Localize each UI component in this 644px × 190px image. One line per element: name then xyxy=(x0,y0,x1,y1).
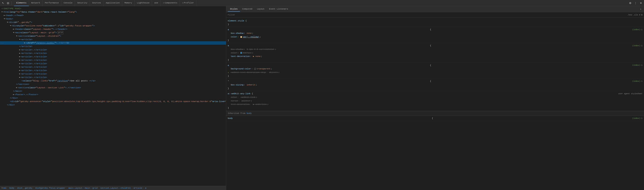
expand-arrow[interactable]: ▶ xyxy=(19,55,20,58)
breadcrumb-gatsby[interactable]: div#__gatsby xyxy=(17,187,32,189)
breadcrumb-body[interactable]: body xyxy=(10,187,14,189)
dom-line-body[interactable]: ▼ <body> xyxy=(0,17,226,21)
dom-line-article-9[interactable]: ▶ <article> … </article> xyxy=(0,72,226,76)
tab-components[interactable]: ⚛ Components xyxy=(160,0,180,6)
expand-arrow[interactable]: ▶ xyxy=(19,49,20,51)
dom-line-main-close[interactable]: </main> xyxy=(0,90,226,93)
toolbar-right: ⚙ ⋮ ✕ xyxy=(628,1,643,5)
dom-line-section-close[interactable]: </section> xyxy=(0,83,226,86)
dom-line-head[interactable]: ▶ <head> … </head> xyxy=(0,14,226,17)
dom-line-article-7[interactable]: ▶ <article> … </article> xyxy=(0,65,226,69)
dom-line-article[interactable]: ▼ <article> xyxy=(0,38,226,41)
expand-arrow[interactable]: ▼ xyxy=(2,11,2,13)
expand-arrow[interactable]: ▼ xyxy=(4,18,5,20)
dom-line-selected-anchor[interactable]: ... ▶ <a href="/pretty-links/" > … </a> … xyxy=(0,41,226,45)
filter-hov[interactable]: .hov xyxy=(627,14,632,16)
dom-line-article-4[interactable]: ▶ <article> … </article> xyxy=(0,55,226,59)
dom-line-gatsby[interactable]: ▼ <div id="__gatsby" > xyxy=(0,21,226,24)
dom-line-main[interactable]: ▼ <main class="Layout--main--grid" > gri… xyxy=(0,31,226,34)
style-prop-box-sizing: box-sizing : inherit ; xyxy=(228,83,642,87)
rule-selector: a { (index):1 xyxy=(228,28,642,31)
tab-performance[interactable]: Performance xyxy=(42,0,61,6)
expand-arrow[interactable]: ▶ xyxy=(19,66,20,68)
dom-line-article-8[interactable]: ▶ <article> … </article> xyxy=(0,69,226,72)
tab-elements[interactable]: Elements xyxy=(14,0,29,6)
tab-profiler[interactable]: ⚛ Profiler xyxy=(180,0,196,6)
style-rule-element: element.style { } xyxy=(226,18,644,27)
expand-arrow[interactable]: ▶ xyxy=(19,52,20,55)
toolbar: ↖ ⊟ Elements Network Performance Console… xyxy=(0,0,644,6)
filter-input[interactable] xyxy=(228,14,626,16)
breadcrumb-article[interactable]: article xyxy=(134,187,142,189)
tab-layout[interactable]: Layout xyxy=(254,7,267,12)
tab-sources[interactable]: Sources xyxy=(90,0,104,6)
dom-line-focus-wrapper-close[interactable]: </div> xyxy=(0,96,226,100)
dom-line-article-3[interactable]: ▶ <article> … </article> xyxy=(0,52,226,55)
style-rule-a-2: a { (index):1 box-shadow : 0 1px 0 0 cur… xyxy=(226,43,644,63)
tab-security[interactable]: Security xyxy=(75,0,90,6)
more-tabs-icon[interactable]: » xyxy=(639,7,642,11)
expand-arrow[interactable]: ▼ xyxy=(16,35,17,37)
expand-arrow[interactable]: ▼ xyxy=(7,21,8,24)
more-tools-icon[interactable]: ⋮ xyxy=(633,1,638,5)
style-rule-star: * { (index):1 box-sizing : inherit ; } xyxy=(226,79,644,91)
dom-line-focus-wrapper[interactable]: ▼ <div style="outline:none" tabindex="-1… xyxy=(0,24,226,27)
expand-arrow[interactable]: ▶ xyxy=(19,62,20,65)
device-toolbar-icon[interactable]: ⊟ xyxy=(6,1,10,5)
dom-line-article-5[interactable]: ▶ <article> … </article> xyxy=(0,59,226,62)
expand-arrow[interactable]: ▶ xyxy=(19,59,20,62)
tab-lighthouse[interactable]: Lighthouse xyxy=(134,0,152,6)
dom-line-article-10[interactable]: ▶ <article> … </article> xyxy=(0,76,226,79)
tab-memory[interactable]: Memory xyxy=(122,0,135,6)
style-prop-ua-color: color : -webkit-link ; xyxy=(228,95,642,99)
rule-selector: a:-webkit-any-link { user agent styleshe… xyxy=(228,92,642,95)
expand-arrow[interactable]: ▼ xyxy=(10,24,11,27)
color-swatch xyxy=(240,36,242,38)
dom-line-gatsby-close[interactable]: </div> xyxy=(0,103,226,107)
expand-arrow[interactable]: ▶ xyxy=(19,73,20,75)
expand-arrow[interactable]: ▶ xyxy=(13,28,14,31)
style-prop-bg-color: background-color : transparent ; xyxy=(228,67,642,71)
tab-computed[interactable]: Computed xyxy=(240,7,255,12)
components-icon: ⚛ xyxy=(163,2,164,4)
tab-console[interactable]: Console xyxy=(61,0,75,6)
filter-cls[interactable]: .cls xyxy=(633,14,638,16)
inherited-from-link[interactable]: body xyxy=(247,112,252,114)
tab-application[interactable]: Application xyxy=(104,0,122,6)
expand-arrow[interactable]: ▶ xyxy=(13,93,14,96)
new-style-icon[interactable]: ⊞ xyxy=(641,13,642,16)
breadcrumb-focus-wrapper[interactable]: div#gatsby-focus-wrapper xyxy=(35,187,66,189)
tab-event-listeners[interactable]: Event Listeners xyxy=(267,7,290,12)
expand-arrow[interactable]: ▼ xyxy=(19,38,20,41)
expand-arrow[interactable]: ▼ xyxy=(13,31,14,34)
dom-line-article-close[interactable]: </article> xyxy=(0,45,226,48)
expand-arrow[interactable]: ▶ xyxy=(16,87,17,89)
dom-line-section-children[interactable]: ▼ <section class="Layout--children" > xyxy=(0,34,226,38)
close-icon[interactable]: ✕ xyxy=(639,1,643,5)
breadcrumb-a[interactable]: a xyxy=(145,187,146,189)
add-style-icon[interactable]: + xyxy=(639,13,640,16)
dom-line-article-6[interactable]: ▶ <article> … </article> xyxy=(0,62,226,65)
breadcrumb-section[interactable]: section.Layout--children xyxy=(100,187,130,189)
settings-icon[interactable]: ⚙ xyxy=(628,1,632,5)
breadcrumb-html[interactable]: html xyxy=(2,187,6,189)
style-rule-a-1: a { (index):1 box-shadow : none ; color … xyxy=(226,27,644,43)
dom-line-header[interactable]: ▶ <header class="Layout--header" > … </h… xyxy=(0,27,226,31)
expand-arrow[interactable]: ▶ xyxy=(19,76,20,79)
tab-styles[interactable]: Styles xyxy=(228,7,240,12)
dom-line-announcer[interactable]: <div id="gatsby-announcer" style="positi… xyxy=(0,100,226,103)
expand-arrow[interactable]: ▶ xyxy=(4,14,5,17)
dom-line-html[interactable]: ▼ <html lang="en" data-theme="dark" data… xyxy=(0,10,226,14)
tab-axe[interactable]: axe xyxy=(152,0,160,6)
dom-line-footer[interactable]: ▶ <footer> … </footer> xyxy=(0,93,226,96)
dom-line-doctype[interactable]: <!DOCTYPE html> xyxy=(0,7,226,10)
style-prop-webkit-skip: ⚠ -webkit-text-decoration-skip : objects… xyxy=(228,71,642,74)
cursor-icon[interactable]: ↖ xyxy=(1,1,5,5)
dom-line-archive-link[interactable]: <a class="Blog--links" href="/archive" >… xyxy=(0,79,226,83)
expand-arrow[interactable]: ▶ xyxy=(19,69,20,72)
tab-network[interactable]: Network xyxy=(29,0,42,6)
breadcrumb-main[interactable]: main.Layout--main--grid xyxy=(68,187,98,189)
dom-line-section-list[interactable]: ▶ <section class="Layout--section List" … xyxy=(0,86,226,90)
dom-line-article-2[interactable]: ▶ <article> … </article> xyxy=(0,48,226,52)
expand-arrow[interactable]: ▶ xyxy=(24,42,25,44)
